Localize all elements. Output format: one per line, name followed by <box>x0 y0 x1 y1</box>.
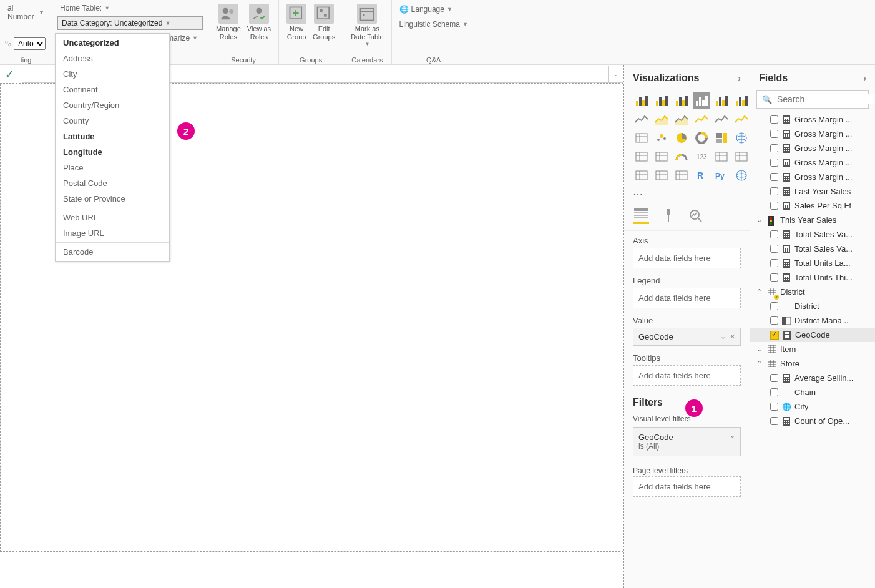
viz-type-py[interactable]: Py <box>713 167 730 184</box>
check-icon[interactable]: ✓ <box>0 67 19 81</box>
field-checkbox[interactable] <box>770 331 779 340</box>
viz-type-bar-h[interactable] <box>673 92 690 109</box>
field-checkbox[interactable] <box>770 302 778 310</box>
collapse-icon[interactable]: › <box>863 73 866 83</box>
field-total-units-thi-[interactable]: Total Units Thi... <box>750 270 875 285</box>
viz-type-arcgis[interactable] <box>733 167 750 184</box>
legend-dropzone[interactable]: Add data fields here <box>633 288 741 308</box>
viz-type-area[interactable] <box>653 111 670 127</box>
field-total-units-la-[interactable]: Total Units La... <box>750 256 875 270</box>
menu-item-address[interactable]: Address <box>56 51 169 66</box>
menu-item-state-or-province[interactable]: State or Province <box>56 191 169 207</box>
field-checkbox[interactable] <box>770 187 778 195</box>
chevron-down-icon[interactable]: ⌄ <box>720 333 726 341</box>
viz-type-kpi[interactable] <box>733 149 750 165</box>
viz-type-gauge[interactable] <box>673 149 690 165</box>
field-checkbox[interactable] <box>770 259 778 267</box>
page-filter-dropzone[interactable]: Add data fields here <box>633 476 741 497</box>
auto-select[interactable]: Auto <box>14 37 46 50</box>
menu-item-longitude[interactable]: Longitude <box>56 144 169 160</box>
field-checkbox[interactable] <box>770 388 778 396</box>
field-gross-margin-[interactable]: Gross Margin ... <box>750 112 875 127</box>
chevron-down-icon[interactable]: ⌄ <box>730 431 735 439</box>
menu-item-uncategorized[interactable]: Uncategorized <box>56 35 169 51</box>
field-geocode[interactable]: GeoCode <box>750 328 875 342</box>
field-checkbox[interactable] <box>770 130 778 138</box>
menu-item-country-region[interactable]: Country/Region <box>56 97 169 113</box>
field-checkbox[interactable] <box>770 202 778 210</box>
field-checkbox[interactable] <box>770 374 778 382</box>
field-gross-margin-[interactable]: Gross Margin ... <box>750 141 875 155</box>
linguistic-schema-dropdown[interactable]: Linguistic Schema▼ <box>397 19 471 30</box>
format-dropdown[interactable]: al Number▼ <box>5 2 47 22</box>
menu-item-continent[interactable]: Continent <box>56 82 169 97</box>
field-city[interactable]: 🌐City <box>750 399 875 414</box>
new-group-button[interactable]: New Group <box>284 2 309 42</box>
field-checkbox[interactable] <box>770 173 778 181</box>
viz-type-donut[interactable] <box>693 130 710 146</box>
edit-groups-button[interactable]: Edit Groups <box>310 2 338 42</box>
viz-type-bar-s2[interactable] <box>733 92 750 109</box>
menu-item-place[interactable]: Place <box>56 160 169 175</box>
viz-type-bar-s[interactable] <box>713 92 730 109</box>
mark-date-table-button[interactable]: Mark as Date Table▼ <box>348 2 386 49</box>
viz-type-scatter[interactable] <box>653 130 670 146</box>
analytics-tab[interactable] <box>688 208 704 224</box>
axis-dropzone[interactable]: Add data fields here <box>633 248 741 268</box>
formula-expand[interactable]: ⌄ <box>609 66 623 83</box>
viz-more[interactable]: ⋯ <box>624 189 750 204</box>
table-store[interactable]: ⌃Store <box>750 356 875 371</box>
field-district[interactable]: District <box>750 299 875 313</box>
field-checkbox[interactable] <box>770 230 778 238</box>
menu-item-web-url[interactable]: Web URL <box>56 210 169 225</box>
viz-type-pie[interactable] <box>673 130 690 146</box>
field-checkbox[interactable] <box>770 159 778 167</box>
field-gross-margin-[interactable]: Gross Margin ... <box>750 155 875 170</box>
collapse-icon[interactable]: › <box>738 73 741 83</box>
field-district-mana-[interactable]: District Mana... <box>750 313 875 328</box>
menu-item-postal-code[interactable]: Postal Code <box>56 175 169 191</box>
field-chain[interactable]: Chain <box>750 385 875 399</box>
viz-type-bar-l[interactable] <box>693 111 710 127</box>
field-last-year-sales[interactable]: Last Year Sales <box>750 184 875 198</box>
field-sales-per-sq-ft[interactable]: Sales Per Sq Ft <box>750 198 875 213</box>
field-checkbox[interactable] <box>770 403 778 411</box>
viz-type-table[interactable] <box>653 167 670 184</box>
viz-type-bar-l2[interactable] <box>713 111 730 127</box>
viz-type-card[interactable]: 123 <box>693 149 710 165</box>
viz-type-slicer[interactable] <box>633 167 650 184</box>
fields-tab[interactable] <box>633 208 649 224</box>
field-checkbox[interactable] <box>770 417 778 425</box>
field-count-of-ope-[interactable]: Count of Ope... <box>750 414 875 428</box>
field-checkbox[interactable] <box>770 273 778 282</box>
viz-type-line[interactable] <box>633 111 650 127</box>
field-total-sales-va-[interactable]: Total Sales Va... <box>750 242 875 256</box>
viz-type-ribbon[interactable] <box>733 111 750 127</box>
field-checkbox[interactable] <box>770 115 778 124</box>
data-category-dropdown[interactable]: Data Category: Uncategorized▼ <box>57 16 203 30</box>
viz-type-r[interactable]: R <box>693 167 710 184</box>
viz-type-multi-card[interactable] <box>713 149 730 165</box>
field-checkbox[interactable] <box>770 245 778 253</box>
menu-item-county[interactable]: County <box>56 113 169 129</box>
menu-item-image-url[interactable]: Image URL <box>56 225 169 241</box>
search-input[interactable] <box>777 94 875 104</box>
viz-type-matrix[interactable] <box>673 167 690 184</box>
language-dropdown[interactable]: 🌐Language▼ <box>397 4 471 15</box>
menu-item-latitude[interactable]: Latitude <box>56 129 169 144</box>
table-district[interactable]: ⌃✓District <box>750 285 875 299</box>
field-checkbox[interactable] <box>770 316 778 325</box>
view-as-roles-button[interactable]: View as Roles <box>245 2 273 42</box>
viz-type-bar-v2[interactable] <box>653 92 670 109</box>
menu-item-barcode[interactable]: Barcode <box>56 244 169 260</box>
viz-type-bar-h2[interactable] <box>693 92 710 109</box>
viz-type-map[interactable] <box>733 130 750 146</box>
viz-type-waterfall[interactable] <box>633 130 650 146</box>
table-item[interactable]: ⌄Item <box>750 342 875 356</box>
field-checkbox[interactable] <box>770 144 778 152</box>
value-chip[interactable]: GeoCode ⌄✕ <box>633 328 741 346</box>
filter-card-geocode[interactable]: ⌄ GeoCode is (All) <box>633 427 741 456</box>
fields-search[interactable]: 🔍 <box>756 90 869 109</box>
remove-icon[interactable]: ✕ <box>730 333 735 341</box>
field-gross-margin-[interactable]: Gross Margin ... <box>750 127 875 141</box>
